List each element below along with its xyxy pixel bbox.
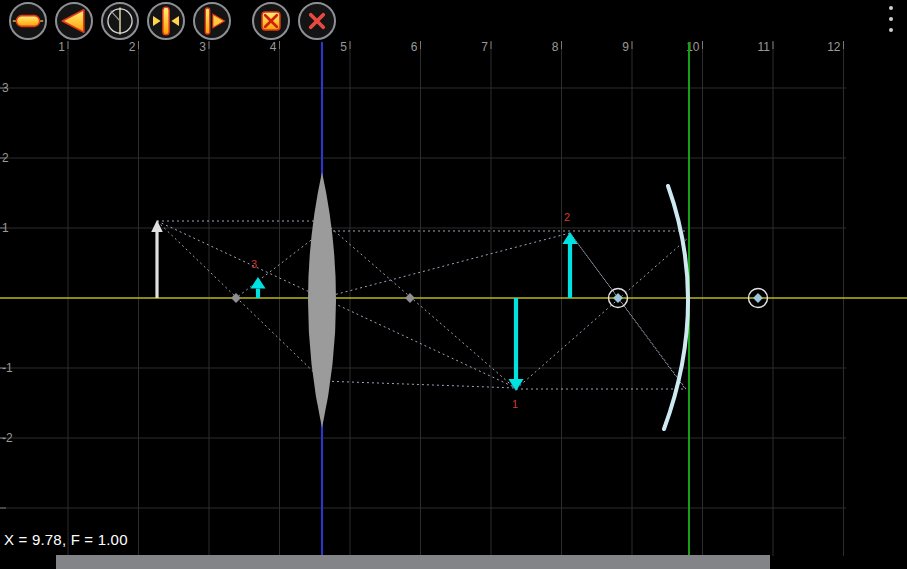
light-ray [157,221,322,380]
prism-tool-button[interactable] [55,2,93,40]
x-axis-tick-label: 3 [199,40,206,54]
concave-mirror[interactable] [664,186,688,429]
kebab-menu-icon [889,6,893,10]
delete-tool-button[interactable] [298,2,336,40]
y-axis-tick-label: 3 [2,81,9,95]
lens-icon [149,4,183,38]
image-arrow-head[interactable] [562,232,577,244]
x-axis-tick-label: 4 [270,40,277,54]
y-axis-tick-label: 2 [2,151,9,165]
y-axis-tick-label: 1 [2,221,9,235]
object-arrow-head[interactable] [151,220,163,232]
light-ray [157,221,516,388]
lens-tool-button[interactable] [147,2,185,40]
x-axis-tick-label: 6 [411,40,418,54]
image-number-label: 1 [512,398,518,410]
flat-object-icon [11,4,45,38]
y-axis-tick-label: -1 [2,361,13,375]
system-navigation-bar[interactable] [56,555,770,569]
image-number-label: 2 [564,211,570,223]
light-ray [322,381,516,388]
protractor-tool-button[interactable] [101,2,139,40]
light-ray [323,221,516,389]
x-axis-tick-label: 8 [552,40,559,54]
y-axis-tick-label: -2 [2,431,13,445]
x-axis-tick-label: 11 [758,40,771,54]
focal-point-handle-diamond[interactable] [753,293,763,303]
blocker-tool-button[interactable] [252,2,290,40]
x-axis-tick-label: 7 [481,40,488,54]
light-ray [322,233,570,298]
focal-point-marker[interactable] [405,293,415,303]
overflow-menu-button[interactable] [883,6,899,32]
optics-canvas[interactable]: 123456789101112321-1-2123 [0,0,907,569]
kebab-menu-icon [889,28,893,32]
light-ray [570,233,686,389]
kebab-menu-icon [889,17,893,21]
convex-lens[interactable] [308,172,336,428]
x-axis-tick-label: 1 [58,40,65,54]
arrow-object-tool-button[interactable] [193,2,231,40]
image-arrow-head[interactable] [250,277,265,289]
focal-point-handle-diamond[interactable] [613,293,623,303]
x-axis-tick-label: 2 [129,40,136,54]
image-number-label: 3 [251,258,257,270]
light-ray [516,238,688,389]
blocker-icon [254,4,288,38]
x-axis-tick-label: 12 [827,40,841,54]
toolbar [9,2,344,40]
optics-simulator-app: 123456789101112321-1-2123 [0,0,907,569]
status-readout: X = 9.78, F = 1.00 [4,531,128,548]
delete-icon [300,4,334,38]
protractor-icon [103,4,137,38]
x-axis-tick-label: 5 [340,40,347,54]
prism-icon [57,4,91,38]
focal-point-marker[interactable] [231,293,241,303]
x-axis-tick-label: 9 [622,40,629,54]
arrow-object-icon [195,4,229,38]
flat-object-tool-button[interactable] [9,2,47,40]
